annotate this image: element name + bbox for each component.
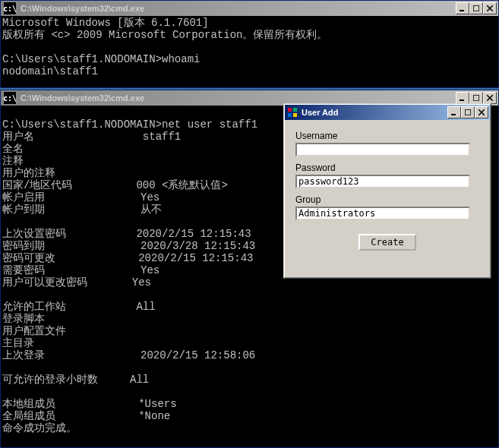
- svg-rect-5: [293, 108, 297, 112]
- svg-rect-2: [460, 99, 464, 101]
- password-label: Password: [295, 162, 479, 173]
- terminal-output[interactable]: Microsoft Windows [版本 6.1.7601] 版权所有 <c>…: [1, 16, 498, 87]
- svg-rect-4: [288, 108, 292, 112]
- titlebar[interactable]: c:\ C:\Windows\system32\cmd.exe: [1, 1, 498, 16]
- maximize-button[interactable]: [469, 2, 483, 14]
- close-button[interactable]: [483, 2, 497, 14]
- group-input[interactable]: [295, 207, 470, 220]
- svg-rect-1: [473, 5, 479, 11]
- username-label: Username: [295, 131, 479, 141]
- dialog-title: User Add: [300, 108, 447, 117]
- minimize-button[interactable]: [456, 2, 469, 14]
- group-label: Group: [295, 194, 479, 205]
- svg-rect-6: [288, 113, 292, 117]
- button-row: Create: [295, 234, 479, 251]
- create-button[interactable]: Create: [358, 234, 416, 251]
- window-title: C:\Windows\system32\cmd.exe: [19, 93, 456, 103]
- svg-rect-0: [460, 10, 464, 11]
- maximize-button[interactable]: [461, 106, 475, 118]
- maximize-button[interactable]: [469, 92, 483, 104]
- close-button[interactable]: [475, 106, 488, 118]
- cmd-icon: c:\: [3, 2, 17, 15]
- cmd-window-1: c:\ C:\Windows\system32\cmd.exe Microsof…: [0, 0, 499, 88]
- svg-rect-8: [451, 114, 456, 115]
- dialog-form: Username Password Group Create: [285, 120, 490, 257]
- close-button[interactable]: [483, 92, 497, 104]
- window-controls: [456, 2, 497, 14]
- window-controls: [456, 92, 497, 104]
- cmd-icon: c:\: [3, 91, 17, 105]
- minimize-button[interactable]: [447, 106, 461, 118]
- svg-rect-9: [465, 109, 471, 115]
- username-input[interactable]: [295, 143, 470, 156]
- svg-rect-3: [473, 95, 479, 101]
- minimize-button[interactable]: [456, 92, 469, 104]
- window-controls: [447, 106, 488, 118]
- user-add-dialog: User Add Username Password Group Create: [283, 103, 491, 279]
- window-title: C:\Windows\system32\cmd.exe: [19, 4, 456, 13]
- svg-rect-7: [293, 113, 297, 117]
- app-icon: [287, 107, 298, 118]
- titlebar[interactable]: User Add: [285, 105, 490, 120]
- password-input[interactable]: [295, 175, 470, 188]
